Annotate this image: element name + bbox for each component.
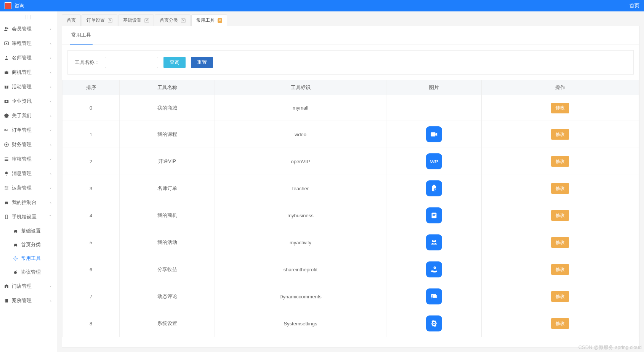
sidebar-item[interactable]: 案例管理‹ (0, 293, 57, 308)
sidebar-subitem[interactable]: 基础设置 (0, 224, 57, 238)
cell-name: 名师订单 (120, 175, 215, 202)
home-link[interactable]: 首页 (630, 2, 639, 9)
cell-image (386, 95, 482, 121)
sidebar-item-label: 门店管理 (12, 283, 32, 290)
edit-button[interactable]: 修改 (551, 291, 569, 302)
cell-action: 修改 (482, 310, 639, 337)
sidebar-item[interactable]: 关于我们‹ (0, 108, 57, 123)
be-icon: Bē (4, 127, 9, 133)
tab-label: 首页 (67, 17, 76, 24)
table-row: 2开通VIPopenVIPVIP修改 (62, 148, 639, 175)
gear-icon (426, 315, 442, 331)
sidebar-item[interactable]: 手机端设置˅ (0, 210, 57, 224)
sidebar: ||| 会员管理‹课程管理‹名师管理‹商机管理‹活动管理‹企业资讯‹关于我们‹B… (0, 11, 57, 352)
close-icon[interactable]: ✕ (218, 18, 222, 23)
svg-rect-15 (5, 159, 8, 159)
tab[interactable]: 首页分类✕ (155, 14, 191, 26)
phone-icon (4, 214, 9, 220)
chevron-left-icon: ‹ (50, 171, 51, 176)
svg-point-28 (14, 232, 15, 233)
app-title: 咨询 (14, 2, 24, 9)
sidebar-item[interactable]: 名师管理‹ (0, 51, 57, 65)
chat-icon (426, 288, 442, 304)
sidebar-item[interactable]: 审核管理‹ (0, 152, 57, 166)
edit-button[interactable]: 修改 (551, 318, 569, 329)
sidebar-item-label: 企业资讯 (12, 98, 32, 105)
edit-button[interactable]: 修改 (551, 264, 569, 275)
svg-point-3 (6, 56, 7, 57)
sidebar-item[interactable]: 课程管理‹ (0, 36, 57, 51)
sidebar-item[interactable]: 活动管理‹ (0, 80, 57, 94)
sidebar-subitem[interactable]: 常用工具 (0, 252, 57, 265)
sidebar-item[interactable]: 企业资讯‹ (0, 94, 57, 108)
sidebar-item[interactable]: 消息管理‹ (0, 166, 57, 181)
sidebar-item-label: 审核管理 (12, 156, 32, 162)
search-button[interactable]: 查询 (163, 57, 186, 68)
cell-name: 开通VIP (120, 148, 215, 175)
sidebar-item-label: 财务管理 (12, 141, 32, 148)
chevron-left-icon: ‹ (50, 27, 51, 31)
close-icon[interactable]: ✕ (108, 18, 112, 23)
svg-point-22 (7, 188, 8, 188)
close-icon[interactable]: ✕ (181, 18, 186, 23)
camera-icon (4, 99, 9, 104)
note-icon (426, 207, 442, 223)
svg-point-0 (5, 27, 7, 29)
svg-rect-14 (5, 158, 8, 158)
cell-image (386, 202, 482, 229)
column-header: 工具名称 (120, 80, 215, 95)
tab-label: 常用工具 (196, 17, 215, 24)
cell-action: 修改 (482, 202, 639, 229)
sidebar-item-label: 手机端设置 (12, 213, 37, 220)
sidebar-subitem[interactable]: 协议管理 (0, 265, 57, 279)
table-row: 6分享收益shareintheprofit$修改 (62, 256, 639, 283)
edit-button[interactable]: 修改 (551, 156, 569, 167)
cell-sort: 4 (62, 202, 120, 229)
cell-sort: 6 (62, 256, 120, 283)
main: 首页订单设置✕基础设置✕首页分类✕常用工具✕ 常用工具 工具名称： 查询 重置 … (57, 11, 644, 352)
topbar: 咨询 首页 (0, 0, 644, 11)
reset-button[interactable]: 重置 (191, 57, 213, 68)
sidebar-item[interactable]: 运营管理‹ (0, 181, 57, 195)
sidebar-item-label: 名师管理 (12, 54, 32, 61)
cell-action: 修改 (482, 283, 639, 310)
sidebar-item[interactable]: 我的控制台‹ (0, 195, 57, 210)
tab[interactable]: 首页 (62, 14, 81, 26)
chevron-left-icon: ‹ (50, 99, 51, 104)
vip-icon: VIP (426, 153, 442, 169)
sidebar-subitem[interactable]: 首页分类 (0, 238, 57, 252)
cell-name: 我的活动 (120, 229, 215, 256)
table-row: 3名师订单teacher修改 (62, 175, 639, 202)
sidebar-subitem-label: 首页分类 (21, 241, 41, 248)
edit-button[interactable]: 修改 (551, 210, 569, 221)
edit-button[interactable]: 修改 (551, 103, 569, 113)
column-header: 工具标识 (215, 80, 386, 95)
sidebar-item[interactable]: 门店管理‹ (0, 279, 57, 293)
sidebar-item[interactable]: 会员管理‹ (0, 22, 57, 36)
sidebar-item[interactable]: Bē订单管理‹ (0, 123, 57, 137)
cell-ident: mybusiness (215, 202, 386, 229)
svg-rect-34 (16, 271, 17, 271)
tab[interactable]: 常用工具✕ (191, 14, 227, 26)
tab[interactable]: 基础设置✕ (118, 14, 154, 26)
tool-name-input[interactable] (105, 57, 158, 68)
chevron-left-icon: ‹ (50, 142, 51, 147)
sidebar-item[interactable]: 商机管理‹ (0, 65, 57, 80)
sidebar-item[interactable]: 财务管理‹ (0, 137, 57, 152)
edit-button[interactable]: 修改 (551, 183, 569, 194)
svg-rect-16 (5, 160, 8, 161)
edit-button[interactable]: 修改 (551, 129, 569, 140)
chevron-left-icon: ‹ (50, 128, 51, 132)
close-icon[interactable]: ✕ (144, 18, 149, 23)
cell-ident: myactivity (215, 229, 386, 256)
play-icon (4, 41, 9, 46)
bell-icon (4, 171, 9, 176)
tab[interactable]: 订单设置✕ (82, 14, 117, 26)
inner-tab-active[interactable]: 常用工具 (70, 26, 93, 45)
coin-icon (4, 142, 9, 147)
edit-button[interactable]: 修改 (551, 237, 569, 248)
cell-image (386, 121, 482, 148)
column-header: 图片 (386, 80, 482, 95)
sidebar-collapse-icon[interactable]: ||| (0, 11, 57, 22)
chevron-left-icon: ‹ (50, 200, 51, 205)
